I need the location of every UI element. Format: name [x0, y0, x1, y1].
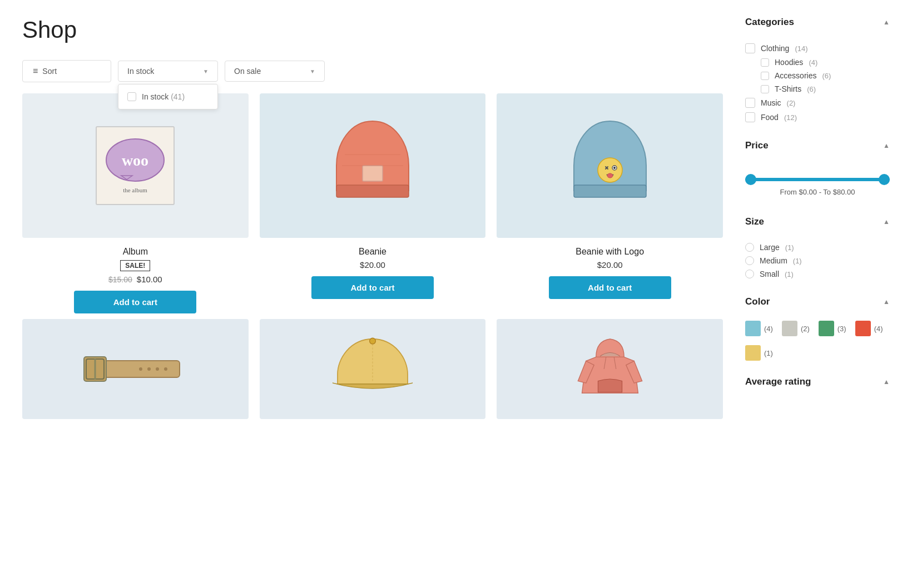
hoodies-label: Hoodies — [775, 58, 803, 67]
svg-point-21 — [147, 367, 151, 371]
price-title: Price — [745, 140, 769, 151]
product-image-belt — [22, 319, 249, 419]
price-old-album: $15.00 — [108, 275, 132, 284]
in-stock-option[interactable]: In stock (41) — [127, 90, 209, 103]
color-item-green[interactable]: (3) — [819, 321, 846, 336]
product-name-beanie: Beanie — [359, 247, 386, 257]
color-swatch-gray[interactable] — [782, 321, 797, 336]
sidebar-categories-section: Categories ▲ Clothing (14) Hoodies (4) A… — [745, 17, 890, 124]
sort-icon: ≡ — [33, 66, 38, 76]
tshirts-checkbox[interactable] — [761, 85, 769, 93]
sidebar-item-hoodies[interactable]: Hoodies (4) — [745, 56, 890, 69]
cap-illustration — [323, 329, 423, 409]
music-checkbox[interactable] — [745, 98, 755, 108]
price-slider-min-thumb[interactable] — [745, 174, 756, 185]
medium-radio[interactable] — [745, 256, 754, 265]
small-radio[interactable] — [745, 270, 754, 278]
products-grid-row2 — [22, 319, 723, 428]
color-count-green: (3) — [837, 325, 846, 333]
product-name-beanie-logo: Beanie with Logo — [576, 247, 644, 257]
sidebar-item-tshirts[interactable]: T-Shirts (6) — [745, 82, 890, 96]
rating-header: Average rating ▲ — [745, 376, 890, 392]
food-count: (12) — [784, 113, 797, 122]
belt-illustration — [80, 336, 191, 402]
large-count: (1) — [785, 243, 794, 252]
color-count-blue: (4) — [764, 325, 773, 333]
svg-rect-9 — [574, 185, 646, 197]
sidebar-item-small[interactable]: Small (1) — [745, 267, 890, 281]
categories-collapse-btn[interactable]: ▲ — [883, 18, 890, 26]
price-slider-track[interactable] — [745, 178, 890, 181]
in-stock-arrow-icon: ▼ — [203, 68, 209, 74]
add-to-cart-beanie[interactable]: Add to cart — [311, 276, 434, 299]
color-count-yellow: (1) — [764, 349, 773, 357]
price-collapse-btn[interactable]: ▲ — [883, 142, 890, 150]
food-checkbox[interactable] — [745, 112, 755, 122]
in-stock-label: In stock — [127, 67, 154, 76]
product-card-album: woo the album Album SALE! $15.00 $10.00 … — [22, 93, 249, 313]
price-beanie: $20.00 — [360, 260, 385, 270]
price-wrap-album: $15.00 $10.00 — [108, 275, 162, 284]
svg-point-22 — [156, 367, 159, 371]
sidebar-item-large[interactable]: Large (1) — [745, 241, 890, 254]
price-beanie-logo: $20.00 — [597, 260, 623, 270]
large-label: Large — [760, 243, 780, 252]
color-item-blue[interactable]: (4) — [745, 321, 773, 336]
in-stock-dropdown[interactable]: In stock ▼ — [118, 61, 218, 82]
beanie-logo-illustration — [566, 110, 655, 221]
color-collapse-btn[interactable]: ▲ — [883, 298, 890, 306]
size-title: Size — [745, 216, 764, 227]
color-title: Color — [745, 296, 770, 307]
medium-label: Medium — [760, 256, 787, 265]
svg-rect-6 — [363, 166, 383, 181]
sidebar-item-medium[interactable]: Medium (1) — [745, 254, 890, 267]
color-count-red: (4) — [874, 325, 883, 333]
rating-collapse-btn[interactable]: ▲ — [883, 378, 890, 386]
color-grid: (4) (2) (3) (4) (1) — [745, 321, 890, 361]
sidebar-item-music[interactable]: Music (2) — [745, 96, 890, 110]
accessories-checkbox[interactable] — [761, 72, 769, 80]
color-header: Color ▲ — [745, 296, 890, 312]
price-slider-max-thumb[interactable] — [879, 174, 890, 185]
svg-point-10 — [598, 158, 622, 182]
size-collapse-btn[interactable]: ▲ — [883, 218, 890, 226]
clothing-count: (14) — [795, 44, 807, 53]
color-item-gray[interactable]: (2) — [782, 321, 810, 336]
product-card-belt — [22, 319, 249, 428]
color-swatch-yellow[interactable] — [745, 345, 761, 361]
svg-point-15 — [607, 173, 613, 178]
add-to-cart-beanie-logo[interactable]: Add to cart — [549, 276, 671, 299]
large-radio[interactable] — [745, 243, 754, 252]
small-count: (1) — [785, 270, 794, 278]
color-item-red[interactable]: (4) — [855, 321, 883, 336]
music-count: (2) — [787, 99, 796, 107]
svg-point-14 — [613, 167, 616, 169]
sidebar-size-section: Size ▲ Large (1) Medium (1) Small (1) — [745, 216, 890, 281]
hoodies-checkbox[interactable] — [761, 58, 769, 67]
sidebar-item-food[interactable]: Food (12) — [745, 110, 890, 124]
categories-header: Categories ▲ — [745, 17, 890, 32]
sort-button[interactable]: ≡ Sort — [22, 60, 111, 82]
hoodie-illustration — [560, 329, 660, 409]
color-count-gray: (2) — [801, 325, 810, 333]
accessories-count: (6) — [822, 72, 831, 80]
color-item-yellow[interactable]: (1) — [745, 345, 773, 361]
sidebar-item-clothing[interactable]: Clothing (14) — [745, 41, 890, 56]
in-stock-option-label: In stock (41) — [142, 92, 185, 101]
hoodies-count: (4) — [809, 58, 817, 67]
in-stock-checkbox[interactable] — [127, 92, 136, 101]
tshirts-count: (6) — [807, 85, 816, 93]
on-sale-dropdown[interactable]: On sale ▼ — [225, 61, 325, 82]
color-swatch-red[interactable] — [855, 321, 871, 336]
svg-rect-5 — [336, 185, 409, 197]
color-swatch-blue[interactable] — [745, 321, 761, 336]
product-card-cap — [260, 319, 486, 428]
sidebar-item-accessories[interactable]: Accessories (6) — [745, 69, 890, 82]
clothing-checkbox[interactable] — [745, 43, 755, 53]
accessories-label: Accessories — [775, 71, 816, 80]
food-label: Food — [761, 113, 779, 122]
color-swatch-green[interactable] — [819, 321, 834, 336]
add-to-cart-album[interactable]: Add to cart — [74, 291, 196, 313]
sidebar-rating-section: Average rating ▲ — [745, 376, 890, 392]
svg-text:the album: the album — [123, 187, 147, 193]
